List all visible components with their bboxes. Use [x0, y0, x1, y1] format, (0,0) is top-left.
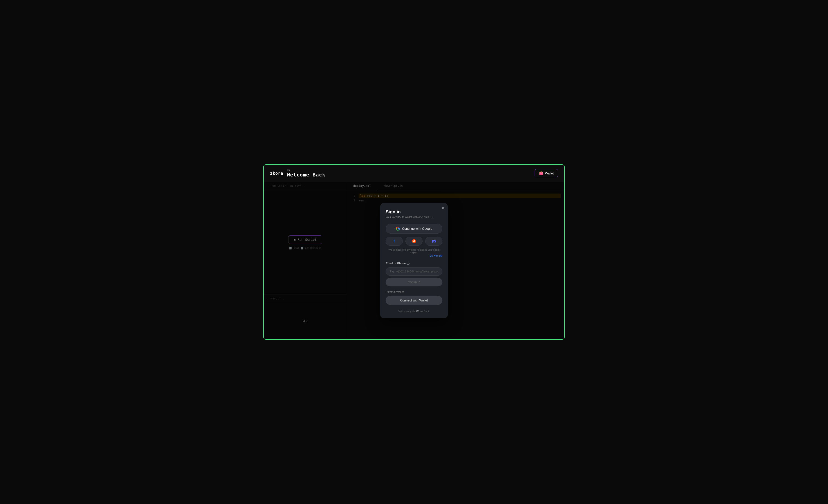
welcome-block: Hi, Welcome Back [287, 169, 325, 178]
modal-title: Sign in [386, 209, 442, 215]
discord-icon [432, 239, 436, 243]
logo: zkora [270, 171, 283, 176]
svg-point-2 [414, 241, 415, 242]
continue-button[interactable]: Continue [386, 278, 442, 286]
email-input[interactable] [386, 267, 442, 276]
app-frame: zkora Hi, Welcome Back 👛 Wallet - RUN SC… [263, 164, 565, 340]
welcome-title: Welcome Back [287, 172, 325, 178]
social-row: f [386, 237, 442, 246]
privacy-text: We do not store any data related to your… [386, 248, 442, 254]
modal-subtitle-text: Your Web3Auth wallet with one click [386, 216, 429, 219]
facebook-button[interactable]: f [386, 237, 403, 246]
email-info-icon: ⓘ [407, 262, 410, 266]
header: zkora Hi, Welcome Back 👛 Wallet [264, 165, 564, 182]
web3auth-footer: Self-custody via W web3auth [386, 310, 442, 313]
footer-brand: web3auth [420, 310, 430, 313]
email-label-text: Email or Phone [386, 262, 406, 265]
wallet-button[interactable]: 👛 Wallet [535, 169, 558, 177]
connect-wallet-button[interactable]: Connect with Wallet [386, 296, 442, 305]
reddit-icon [412, 239, 416, 243]
email-label: Email or Phone ⓘ [386, 262, 442, 266]
discord-button[interactable] [425, 237, 442, 246]
wallet-icon: 👛 [539, 171, 543, 175]
header-left: zkora Hi, Welcome Back [270, 169, 325, 178]
google-sign-in-button[interactable]: Continue with Google [386, 224, 442, 234]
google-icon [396, 227, 400, 231]
facebook-icon: f [394, 239, 395, 243]
modal-subtitle: Your Web3Auth wallet with one click ⓘ [386, 215, 442, 219]
welcome-hi: Hi, [287, 169, 325, 172]
view-more-link[interactable]: View more [386, 254, 442, 258]
sign-in-modal: × Sign in Your Web3Auth wallet with one … [380, 203, 448, 318]
modal-overlay: × Sign in Your Web3Auth wallet with one … [264, 182, 564, 339]
footer-text: Self-custody via [398, 310, 415, 313]
main-area: - RUN SCRIPT IN zkVM - ↻ Run Script 📄 se… [264, 182, 564, 339]
info-icon: ⓘ [430, 215, 432, 219]
wallet-btn-label: Wallet [545, 172, 554, 175]
svg-point-1 [413, 241, 414, 242]
modal-close-button[interactable]: × [442, 206, 444, 210]
web3auth-logo: W [416, 310, 418, 313]
google-btn-label: Continue with Google [402, 227, 432, 230]
external-wallet-label: External Wallet [386, 290, 442, 293]
reddit-button[interactable] [406, 237, 422, 246]
